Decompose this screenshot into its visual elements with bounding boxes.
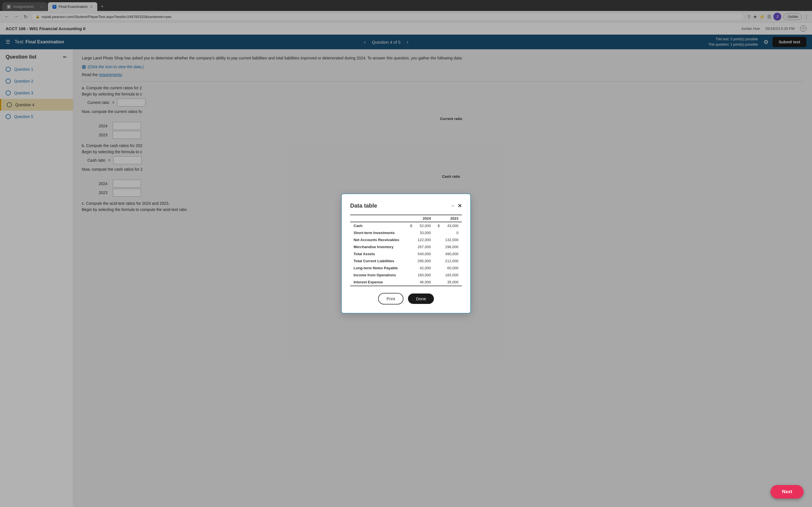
- data-table: 2024 2023 Cash $ 52,000 $ 43,000 Short-t…: [350, 215, 462, 286]
- row-val-2023: 132,000: [440, 236, 462, 243]
- table-row: Short-term Investments 33,000 0: [350, 229, 462, 236]
- row-dollar-2023: [434, 243, 440, 250]
- row-val-2024: 46,000: [413, 279, 435, 286]
- row-label: Long-term Notes Payable: [350, 265, 407, 272]
- row-val-2023: 183,000: [440, 272, 462, 279]
- modal-footer: Print Done: [350, 293, 462, 304]
- row-val-2024: 33,000: [413, 229, 435, 236]
- row-label: Interest Expense: [350, 279, 407, 286]
- row-val-2023: 212,000: [440, 258, 462, 265]
- table-row: Long-term Notes Payable 42,000 60,000: [350, 265, 462, 272]
- done-button[interactable]: Done: [408, 293, 434, 304]
- row-label: Net Accounts Receivables: [350, 236, 407, 243]
- col-header-2024: 2024: [407, 215, 435, 222]
- row-val-2024: 42,000: [413, 265, 435, 272]
- row-val-2023: 0: [440, 229, 462, 236]
- row-dollar-2023: [434, 229, 440, 236]
- row-label: Merchandise Inventory: [350, 243, 407, 250]
- row-dollar-2024: [407, 229, 413, 236]
- row-dollar-2023: [434, 258, 440, 265]
- row-dollar-2023: [434, 265, 440, 272]
- print-button[interactable]: Print: [378, 293, 404, 304]
- row-label: Cash: [350, 222, 407, 229]
- row-dollar-2023: [434, 236, 440, 243]
- row-dollar-2024: [407, 258, 413, 265]
- row-dollar-2024: [407, 272, 413, 279]
- col-header-label: [350, 215, 407, 222]
- table-row: Total Current Liabilities 295,000 212,00…: [350, 258, 462, 265]
- table-row: Interest Expense 46,000 35,000: [350, 279, 462, 286]
- row-dollar-2024: $: [407, 222, 413, 229]
- table-row: Income from Operations 160,000 183,000: [350, 272, 462, 279]
- row-dollar-2023: [434, 272, 440, 279]
- row-val-2023: 43,000: [440, 222, 462, 229]
- modal-title: Data table: [350, 203, 377, 209]
- row-dollar-2023: [434, 279, 440, 286]
- row-dollar-2023: [434, 250, 440, 258]
- row-dollar-2024: [407, 236, 413, 243]
- row-label: Total Current Liabilities: [350, 258, 407, 265]
- row-val-2023: 35,000: [440, 279, 462, 286]
- modal-controls: − ✕: [451, 203, 462, 209]
- row-val-2024: 52,000: [413, 222, 435, 229]
- data-table-modal: Data table − ✕ 2024 2023 Cash $ 52,000 $…: [341, 193, 471, 314]
- modal-overlay: Data table − ✕ 2024 2023 Cash $ 52,000 $…: [0, 0, 812, 507]
- table-row: Total Assets 540,000 490,000: [350, 250, 462, 258]
- row-val-2024: 295,000: [413, 258, 435, 265]
- row-label: Total Assets: [350, 250, 407, 258]
- modal-minimize-button[interactable]: −: [451, 203, 454, 209]
- row-val-2023: 296,000: [440, 243, 462, 250]
- row-dollar-2024: [407, 265, 413, 272]
- row-val-2023: 60,000: [440, 265, 462, 272]
- row-dollar-2024: [407, 243, 413, 250]
- row-dollar-2024: [407, 279, 413, 286]
- row-val-2023: 490,000: [440, 250, 462, 258]
- modal-header: Data table − ✕: [350, 203, 462, 209]
- row-val-2024: 540,000: [413, 250, 435, 258]
- modal-close-button[interactable]: ✕: [458, 203, 462, 209]
- row-val-2024: 122,000: [413, 236, 435, 243]
- row-label: Income from Operations: [350, 272, 407, 279]
- row-dollar-2023: $: [434, 222, 440, 229]
- row-val-2024: 160,000: [413, 272, 435, 279]
- table-row: Merchandise Inventory 267,000 296,000: [350, 243, 462, 250]
- row-dollar-2024: [407, 250, 413, 258]
- next-button[interactable]: Next: [770, 485, 804, 499]
- table-row: Net Accounts Receivables 122,000 132,000: [350, 236, 462, 243]
- row-val-2024: 267,000: [413, 243, 435, 250]
- table-row: Cash $ 52,000 $ 43,000: [350, 222, 462, 229]
- table-header-row: 2024 2023: [350, 215, 462, 222]
- col-header-2023: 2023: [434, 215, 462, 222]
- row-label: Short-term Investments: [350, 229, 407, 236]
